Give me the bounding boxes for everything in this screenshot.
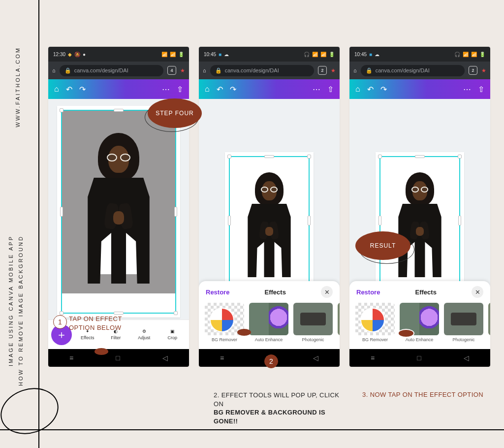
effect-photogenic[interactable]: Photogenic	[293, 303, 333, 342]
tab-count[interactable]: 4	[167, 66, 176, 75]
effect-bg-remover[interactable]: BG Remover	[205, 303, 244, 342]
android-nav-bar: ≡ □ ◁	[48, 349, 189, 367]
url-field[interactable]: 🔒 canva.com/design/DAI	[361, 65, 465, 76]
back-nav-icon[interactable]: ◁	[313, 354, 318, 362]
more-options-icon[interactable]: ⋯	[463, 85, 471, 94]
share-icon[interactable]: ⇧	[327, 85, 334, 94]
tab-count[interactable]: 2	[469, 66, 477, 75]
caption-step-2-lead: 2. EFFECT TOOLS WILL POP UP, CLICK ON	[214, 391, 339, 408]
signal-icon-2: 📶	[320, 52, 326, 57]
url-field[interactable]: 🔒 canva.com/design/DAI	[60, 65, 163, 76]
effects-panel: Restore Effects ✕ BG Remover Auto Enhanc…	[199, 281, 340, 349]
design-page[interactable]	[376, 152, 464, 289]
effect-label: Auto Enhance	[249, 337, 288, 342]
back-nav-icon[interactable]: ◁	[464, 354, 469, 362]
headset-icon: 🎧	[454, 52, 460, 57]
status-dot-icon: ■	[219, 52, 221, 57]
canva-home-icon[interactable]: ⌂	[205, 85, 210, 94]
browser-address-bar: ⌂ 🔒 canva.com/design/DAI 4 ★	[48, 62, 189, 79]
undo-icon[interactable]: ↶	[217, 85, 223, 94]
browser-address-bar: ⌂ 🔒 canva.com/design/DAI 2 ★	[349, 62, 490, 79]
canvas-area[interactable]	[48, 99, 189, 320]
tab-count[interactable]: 2	[318, 66, 327, 75]
filter-label: Filter	[111, 335, 121, 340]
menu-star-icon[interactable]: ★	[180, 67, 185, 74]
share-icon[interactable]: ⇧	[177, 85, 183, 94]
menu-star-icon[interactable]: ★	[331, 67, 336, 74]
selected-image[interactable]	[229, 156, 310, 285]
effect-more[interactable]	[488, 303, 490, 342]
redo-icon[interactable]: ↷	[230, 85, 236, 94]
step-four-bubble: STEP FOUR	[148, 98, 202, 128]
signal-icon: 📶	[312, 52, 318, 57]
close-icon[interactable]: ✕	[472, 286, 483, 298]
restore-button[interactable]: Restore	[356, 288, 380, 296]
restore-button[interactable]: Restore	[206, 288, 229, 296]
side-title-line2: HOW TO REMOVE IMAGE BACKGROUND	[17, 235, 26, 386]
step-number-2: 2	[264, 354, 278, 368]
highlight-effects-tool	[94, 348, 108, 355]
effect-photogenic[interactable]: Photogenic	[444, 303, 483, 342]
crop-label: Crop	[167, 335, 177, 340]
highlight-bg-remover-2	[398, 329, 414, 338]
crop-tool[interactable]: ▣ Crop	[159, 329, 187, 340]
status-time: 10:45	[204, 52, 216, 57]
home-nav-icon[interactable]: □	[116, 354, 120, 362]
status-time: 10:45	[354, 52, 367, 57]
recent-apps-icon[interactable]: ≡	[220, 354, 224, 362]
redo-icon[interactable]: ↷	[380, 85, 387, 94]
menu-star-icon[interactable]: ★	[481, 67, 486, 74]
url-field[interactable]: 🔒 canva.com/design/DAI	[210, 65, 314, 76]
signal-icon-2: 📶	[471, 52, 477, 57]
canva-home-icon[interactable]: ⌂	[355, 85, 360, 94]
recent-apps-icon[interactable]: ≡	[69, 354, 73, 362]
canva-home-icon[interactable]: ⌂	[54, 85, 59, 94]
undo-icon[interactable]: ↶	[367, 85, 374, 94]
vertical-rule	[38, 0, 39, 448]
signal-icon: 📶	[161, 52, 167, 57]
recent-apps-icon[interactable]: ≡	[371, 354, 375, 362]
lock-icon: 🔒	[215, 67, 222, 74]
battery-icon: 🔋	[479, 52, 485, 57]
undo-icon[interactable]: ↶	[66, 85, 72, 94]
effect-auto-enhance[interactable]: Auto Enhance	[249, 303, 288, 342]
caption-tap-l2: OPTION BELOW	[69, 324, 121, 331]
home-icon[interactable]: ⌂	[52, 67, 56, 73]
effects-label: Effects	[81, 335, 94, 340]
more-options-icon[interactable]: ⋯	[162, 85, 170, 94]
status-bar: 12:30 ◆ 🔕 ● 📶 📶 🔋	[48, 47, 189, 62]
back-nav-icon[interactable]: ◁	[162, 354, 168, 362]
more-options-icon[interactable]: ⋯	[313, 85, 320, 94]
effects-title: Effects	[415, 288, 437, 296]
url-text: canva.com/design/DAI	[225, 67, 279, 73]
selected-image[interactable]	[61, 110, 176, 314]
redo-icon[interactable]: ↷	[79, 85, 86, 94]
design-page[interactable]	[225, 152, 314, 289]
effect-bg-remover[interactable]: BG Remover	[355, 303, 395, 342]
effect-label: BG Remover	[205, 337, 244, 342]
cloud-icon: ☁	[375, 52, 379, 57]
home-icon[interactable]: ⌂	[353, 67, 357, 73]
android-nav-bar: ≡ □ ◁	[349, 349, 490, 367]
status-bar: 10:45 ■ ☁ 🎧 📶 📶 🔋	[349, 47, 490, 62]
caption-tap-l1: TAP ON EFFECT	[69, 315, 122, 322]
share-icon[interactable]: ⇧	[478, 85, 484, 94]
effect-more[interactable]	[338, 303, 340, 342]
phone-3: 10:45 ■ ☁ 🎧 📶 📶 🔋 ⌂ 🔒 canva.com/design/D…	[349, 47, 490, 367]
selected-image[interactable]	[379, 156, 460, 285]
effects-panel: Restore Effects ✕ BG Remover Auto Enhanc…	[349, 281, 490, 349]
canva-toolbar: ⌂ ↶ ↷ ⋯ ⇧	[349, 79, 490, 99]
design-page[interactable]	[57, 106, 180, 318]
home-nav-icon[interactable]: □	[417, 354, 421, 362]
lock-icon: 🔒	[64, 67, 71, 74]
home-icon[interactable]: ⌂	[203, 67, 206, 73]
model-image-no-bg	[380, 157, 459, 284]
close-icon[interactable]: ✕	[321, 286, 333, 298]
effects-row[interactable]: BG Remover Auto Enhance Photogenic	[349, 303, 490, 342]
effects-row[interactable]: BG Remover Auto Enhance Photogenic	[199, 303, 340, 342]
more-icon: ●	[83, 52, 86, 57]
side-url: WWW.FAITHOLA.COM	[15, 47, 21, 128]
effect-label: Photogenic	[444, 337, 483, 342]
adjust-tool[interactable]: ⚙ Adjust	[130, 329, 158, 340]
url-text: canva.com/design/DAI	[376, 67, 430, 73]
